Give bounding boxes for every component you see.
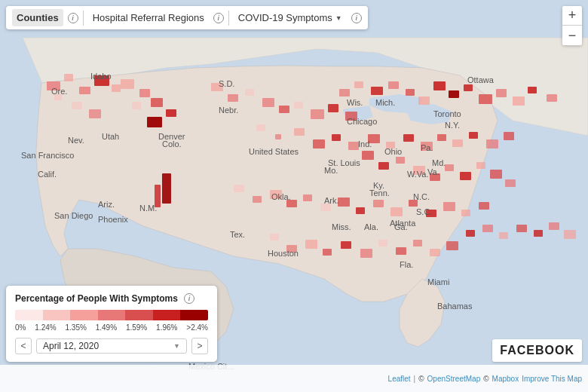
svg-rect-8 — [89, 109, 101, 118]
svg-rect-82 — [305, 240, 317, 249]
attr-sep1: | — [414, 375, 416, 383]
legend-title-text: Percentage of People With Symptoms — [15, 293, 178, 304]
leaflet-link[interactable]: Leaflet — [388, 375, 411, 383]
svg-rect-69 — [303, 194, 312, 201]
svg-rect-59 — [421, 142, 433, 151]
facebook-logo: FACEBOOK — [492, 339, 582, 362]
legend-info-icon[interactable]: i — [184, 293, 194, 304]
toolbar: Counties i Hospital Referral Regions i C… — [6, 6, 368, 29]
svg-rect-62 — [469, 132, 478, 139]
svg-rect-7 — [72, 102, 82, 109]
counties-info-icon[interactable]: i — [68, 13, 78, 23]
zoom-out-button[interactable]: − — [562, 26, 582, 45]
color-segment — [43, 310, 71, 320]
svg-rect-64 — [504, 132, 514, 140]
svg-rect-61 — [452, 139, 463, 147]
zoom-in-button[interactable]: + — [562, 6, 582, 26]
mapbox-link[interactable]: Mapbox — [492, 375, 519, 383]
color-segment — [180, 310, 208, 320]
svg-rect-1 — [47, 81, 60, 90]
svg-rect-16 — [155, 185, 161, 207]
svg-rect-74 — [390, 207, 403, 216]
legend-title: Percentage of People With Symptoms i — [15, 293, 208, 304]
legend-label: >2.4% — [186, 323, 208, 332]
svg-rect-43 — [413, 166, 425, 175]
svg-rect-42 — [396, 157, 405, 164]
svg-rect-34 — [464, 84, 473, 91]
svg-rect-38 — [528, 87, 537, 93]
svg-rect-13 — [166, 109, 176, 117]
svg-rect-41 — [378, 162, 389, 170]
hospital-referral-tab[interactable]: Hospital Referral Regions — [88, 9, 209, 26]
svg-rect-91 — [466, 230, 475, 237]
svg-rect-35 — [479, 94, 492, 104]
symptom-dropdown[interactable]: COVID-19 Symptoms — [234, 9, 347, 26]
symptom-info-icon[interactable]: i — [351, 13, 362, 23]
svg-rect-26 — [339, 89, 350, 96]
date-display[interactable]: April 12, 2020 ▼ — [36, 338, 187, 354]
legend: Percentage of People With Symptoms i 0%1… — [6, 286, 217, 362]
svg-rect-83 — [323, 249, 332, 256]
date-chevron: ▼ — [173, 342, 180, 350]
svg-rect-5 — [94, 75, 109, 86]
svg-rect-70 — [320, 204, 331, 211]
map-container: IdahoOre.Nev.UtahCalif.Ariz.N.M.San Fran… — [0, 0, 588, 392]
svg-rect-25 — [345, 112, 357, 121]
svg-rect-36 — [496, 89, 507, 97]
improve-link[interactable]: Improve This Map — [522, 375, 582, 383]
svg-rect-97 — [564, 230, 576, 239]
svg-rect-48 — [490, 170, 502, 179]
svg-rect-93 — [499, 232, 508, 239]
svg-rect-31 — [418, 96, 430, 105]
svg-rect-22 — [294, 102, 303, 109]
svg-rect-55 — [348, 142, 359, 150]
svg-rect-47 — [476, 162, 485, 169]
svg-rect-88 — [413, 240, 422, 247]
svg-rect-85 — [360, 249, 372, 258]
svg-rect-14 — [147, 117, 162, 127]
svg-rect-54 — [332, 134, 341, 141]
osm-link[interactable]: OpenStreetMap — [427, 375, 481, 383]
svg-rect-40 — [362, 151, 374, 160]
svg-rect-51 — [275, 134, 281, 139]
svg-rect-17 — [211, 83, 223, 91]
svg-rect-90 — [446, 241, 458, 250]
svg-rect-46 — [460, 172, 471, 180]
svg-rect-67 — [270, 190, 282, 199]
svg-rect-9 — [121, 79, 134, 89]
svg-rect-44 — [430, 173, 440, 181]
prev-date-button[interactable]: < — [15, 338, 32, 354]
svg-rect-52 — [294, 128, 305, 136]
hospital-info-icon[interactable]: i — [213, 13, 224, 23]
svg-rect-15 — [162, 173, 171, 204]
svg-rect-72 — [356, 207, 365, 214]
date-nav: < April 12, 2020 ▼ > — [15, 338, 208, 354]
svg-rect-6 — [112, 84, 121, 92]
svg-rect-28 — [371, 87, 383, 95]
svg-rect-58 — [403, 134, 414, 142]
svg-rect-94 — [516, 225, 527, 232]
svg-rect-75 — [409, 200, 418, 207]
svg-rect-77 — [443, 202, 455, 211]
legend-label: 1.96% — [156, 323, 177, 332]
color-segment — [125, 310, 153, 320]
svg-rect-81 — [286, 245, 297, 253]
svg-rect-53 — [313, 139, 325, 149]
legend-label: 1.49% — [96, 323, 117, 332]
svg-rect-68 — [286, 200, 297, 207]
color-segment — [15, 310, 43, 320]
color-segment — [153, 310, 181, 320]
svg-rect-30 — [406, 89, 415, 96]
legend-label: 1.24% — [35, 323, 56, 332]
next-date-button[interactable]: > — [191, 338, 208, 354]
counties-tab[interactable]: Counties — [12, 9, 63, 26]
svg-rect-4 — [54, 94, 62, 100]
svg-rect-18 — [228, 94, 238, 102]
svg-rect-71 — [338, 198, 350, 207]
svg-rect-32 — [433, 81, 446, 90]
svg-rect-76 — [426, 210, 436, 217]
svg-rect-12 — [151, 98, 163, 107]
svg-rect-86 — [378, 240, 387, 247]
svg-rect-37 — [513, 96, 525, 106]
svg-rect-92 — [482, 225, 493, 232]
